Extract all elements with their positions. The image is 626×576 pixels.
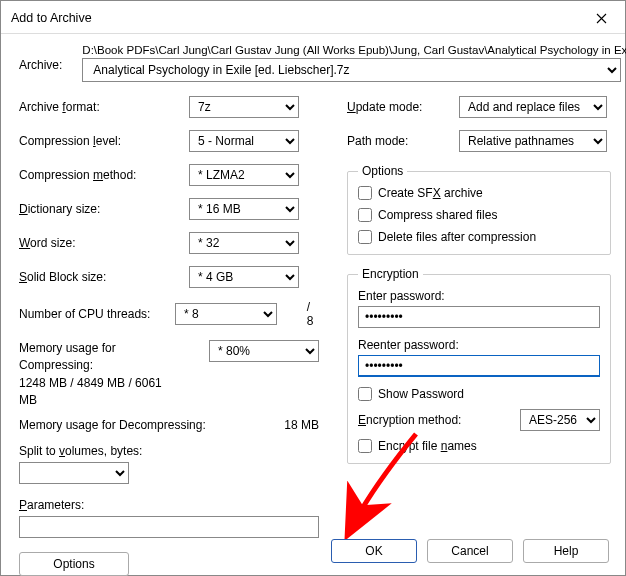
- show-password-checkbox[interactable]: [358, 387, 372, 401]
- cpu-threads-total: / 8: [307, 300, 319, 328]
- update-mode-select[interactable]: Add and replace files: [459, 96, 607, 118]
- parameters-label: Parameters:: [19, 498, 319, 512]
- encrypt-filenames-checkbox[interactable]: [358, 439, 372, 453]
- compress-shared-label: Compress shared files: [378, 208, 497, 222]
- mem-decompress-label: Memory usage for Decompressing:: [19, 418, 206, 432]
- solid-block-select[interactable]: * 4 GB: [189, 266, 299, 288]
- sfx-checkbox[interactable]: [358, 186, 372, 200]
- show-password-label: Show Password: [378, 387, 464, 401]
- ok-button[interactable]: OK: [331, 539, 417, 563]
- encrypt-filenames-row[interactable]: Encrypt file names: [358, 439, 600, 453]
- sfx-label: Create SFX archive: [378, 186, 483, 200]
- add-to-archive-dialog: Add to Archive Archive: D:\Book PDFs\Car…: [0, 0, 626, 576]
- encryption-group: Encryption Enter password: Reenter passw…: [347, 267, 611, 464]
- compress-shared-checkbox[interactable]: [358, 208, 372, 222]
- titlebar: Add to Archive: [1, 1, 625, 34]
- options-group: Options Create SFX archive Compress shar…: [347, 164, 611, 255]
- enter-password-input[interactable]: [358, 306, 600, 328]
- encrypt-filenames-label: Encrypt file names: [378, 439, 477, 453]
- split-volumes-label: Split to volumes, bytes:: [19, 444, 319, 458]
- encryption-method-select[interactable]: AES-256: [520, 409, 600, 431]
- parameters-input[interactable]: [19, 516, 319, 538]
- delete-after-label: Delete files after compression: [378, 230, 536, 244]
- compression-method-label: Compression method:: [19, 168, 189, 182]
- path-mode-select[interactable]: Relative pathnames: [459, 130, 607, 152]
- dictionary-size-select[interactable]: * 16 MB: [189, 198, 299, 220]
- reenter-password-label: Reenter password:: [358, 338, 600, 352]
- delete-after-row[interactable]: Delete files after compression: [358, 230, 600, 244]
- mem-compress-select[interactable]: * 80%: [209, 340, 319, 362]
- reenter-password-input[interactable]: [358, 355, 600, 377]
- options-legend: Options: [358, 164, 407, 178]
- compression-level-label: Compression level:: [19, 134, 189, 148]
- help-button[interactable]: Help: [523, 539, 609, 563]
- archive-format-label: Archive format:: [19, 100, 189, 114]
- archive-label: Archive:: [19, 44, 62, 72]
- word-size-select[interactable]: * 32: [189, 232, 299, 254]
- sfx-checkbox-row[interactable]: Create SFX archive: [358, 186, 600, 200]
- archive-file-combo[interactable]: Analytical Psychology in Exile [ed. Lieb…: [82, 58, 621, 82]
- mem-compress-label: Memory usage for Compressing:1248 MB / 4…: [19, 340, 169, 410]
- word-size-label: Word size:: [19, 236, 189, 250]
- path-mode-label: Path mode:: [347, 134, 459, 148]
- delete-after-checkbox[interactable]: [358, 230, 372, 244]
- enter-password-label: Enter password:: [358, 289, 600, 303]
- show-password-row[interactable]: Show Password: [358, 387, 600, 401]
- close-button[interactable]: [585, 7, 617, 29]
- compress-shared-row[interactable]: Compress shared files: [358, 208, 600, 222]
- footer-buttons: OK Cancel Help: [331, 539, 609, 563]
- options-button[interactable]: Options: [19, 552, 129, 576]
- encryption-method-label: Encryption method:: [358, 413, 510, 427]
- cpu-threads-select[interactable]: * 8: [175, 303, 277, 325]
- archive-format-select[interactable]: 7z: [189, 96, 299, 118]
- compression-method-select[interactable]: * LZMA2: [189, 164, 299, 186]
- mem-decompress-value: 18 MB: [284, 418, 319, 432]
- archive-path-text: D:\Book PDFs\Carl Jung\Carl Gustav Jung …: [82, 44, 626, 56]
- update-mode-label: Update mode:: [347, 100, 459, 114]
- cpu-threads-label: Number of CPU threads:: [19, 307, 175, 321]
- split-volumes-combo[interactable]: [19, 462, 129, 484]
- solid-block-label: Solid Block size:: [19, 270, 189, 284]
- dictionary-size-label: Dictionary size:: [19, 202, 189, 216]
- compression-level-select[interactable]: 5 - Normal: [189, 130, 299, 152]
- dialog-title: Add to Archive: [11, 11, 92, 25]
- cancel-button[interactable]: Cancel: [427, 539, 513, 563]
- encryption-legend: Encryption: [358, 267, 423, 281]
